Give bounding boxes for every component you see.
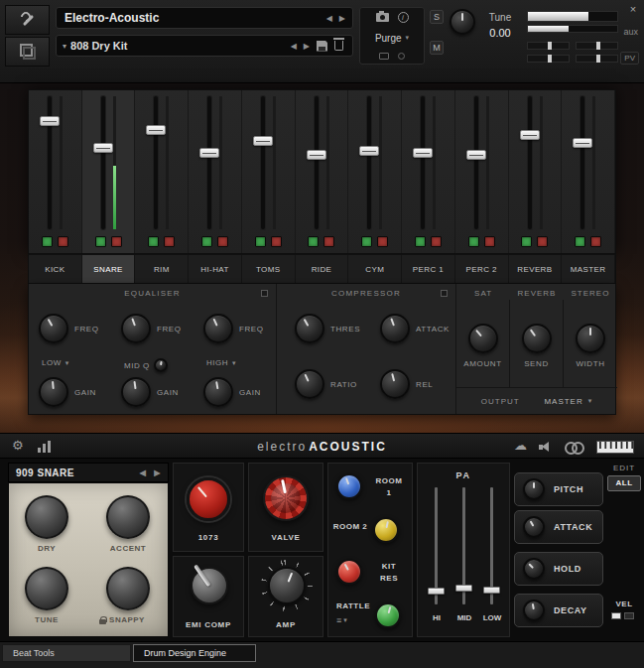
emi-comp-knob[interactable]: [191, 567, 228, 604]
pa-fader-low[interactable]: [490, 487, 493, 604]
rim-mute-led[interactable]: [164, 236, 175, 247]
comp-ratio-knob[interactable]: [295, 369, 324, 399]
ride-on-led[interactable]: [308, 236, 319, 247]
pv-toggle[interactable]: PV: [620, 52, 639, 65]
perc-2-mute-led[interactable]: [484, 236, 495, 247]
channel-tab-toms[interactable]: TOMS: [242, 255, 296, 283]
decay-button[interactable]: DECAY: [514, 594, 603, 627]
ride-fader[interactable]: [315, 96, 319, 229]
comp-rel-knob[interactable]: [380, 369, 410, 399]
pan-slider[interactable]: [527, 42, 570, 50]
rattle-menu-button[interactable]: ≡ ▾: [336, 615, 347, 625]
keyboard-icon[interactable]: [596, 441, 634, 454]
reverb-on-led[interactable]: [521, 236, 532, 247]
room2-knob[interactable]: [373, 517, 399, 543]
instrument-prev-button[interactable]: ◀: [326, 14, 332, 23]
eq-low-gain-knob[interactable]: [39, 377, 68, 407]
eq-mid-freq-knob[interactable]: [121, 314, 151, 343]
delete-icon[interactable]: [334, 41, 343, 51]
toms-fader[interactable]: [261, 96, 265, 229]
purge-dropdown[interactable]: Purge ▾: [375, 33, 409, 44]
equaliser-enable-button[interactable]: [261, 290, 268, 297]
hi-hat-on-led[interactable]: [201, 236, 212, 247]
channel-tab-snare[interactable]: SNARE: [82, 255, 136, 283]
master-mute-led[interactable]: [590, 236, 601, 247]
perc-1-mute-led[interactable]: [431, 236, 442, 247]
channel-tab-perc-1[interactable]: PERC 1: [402, 255, 455, 283]
rim-on-led[interactable]: [148, 236, 159, 247]
kick-on-led[interactable]: [42, 236, 53, 247]
info-icon[interactable]: i: [398, 12, 409, 23]
accent-knob[interactable]: [106, 495, 150, 539]
vel-led-off[interactable]: [624, 612, 634, 619]
reverb-fader[interactable]: [528, 96, 532, 229]
snare-on-led[interactable]: [95, 236, 106, 247]
fader-cap[interactable]: [40, 116, 60, 126]
patch-titlebar[interactable]: ▾ 808 Dry Kit ◀ ▶: [56, 35, 353, 57]
eq-mid-gain-knob[interactable]: [121, 377, 151, 407]
snare-fader[interactable]: [101, 96, 105, 229]
fader-cap[interactable]: [146, 125, 166, 135]
width-slider-handle[interactable]: [596, 42, 600, 50]
patch-prev-button[interactable]: ◀: [291, 42, 297, 51]
width-slider[interactable]: [576, 42, 618, 50]
camera-icon[interactable]: [376, 13, 389, 22]
eq-low-band-select[interactable]: LOW▾: [42, 358, 69, 367]
channel-tab-perc-2[interactable]: PERC 2: [455, 255, 509, 283]
fader-cap[interactable]: [466, 150, 486, 160]
solo-button[interactable]: S: [430, 10, 444, 24]
output-master-select[interactable]: MASTER▾: [544, 397, 592, 406]
master-tune-knob[interactable]: [450, 9, 475, 35]
kick-mute-led[interactable]: [58, 236, 68, 247]
vel-led-on[interactable]: [611, 612, 621, 619]
pan-slider-handle[interactable]: [548, 42, 552, 50]
cym-on-led[interactable]: [361, 236, 372, 247]
kick-fader[interactable]: [48, 96, 52, 229]
pa-fader-mid[interactable]: [462, 487, 465, 604]
cym-mute-led[interactable]: [377, 236, 388, 247]
reverb-mute-led[interactable]: [537, 236, 548, 247]
eq-high-freq-knob[interactable]: [203, 314, 233, 343]
instrument-titlebar[interactable]: Electro-Acoustic ◀ ▶: [56, 7, 353, 29]
fader-cap[interactable]: [413, 148, 433, 158]
drum-selector[interactable]: 909 SNARE ◀ ▶: [8, 463, 169, 482]
channel-tab-ride[interactable]: RIDE: [296, 255, 349, 283]
toms-mute-led[interactable]: [271, 236, 282, 247]
fader-cap[interactable]: [199, 148, 219, 158]
hold-knob[interactable]: [523, 558, 545, 580]
master-fader[interactable]: [580, 96, 584, 229]
fader-cap[interactable]: [573, 138, 592, 148]
channel-tab-reverb[interactable]: REVERB: [509, 255, 563, 283]
reverb-send-knob[interactable]: [522, 324, 552, 353]
compressor-enable-button[interactable]: [441, 290, 448, 297]
room1-knob[interactable]: [336, 473, 362, 499]
wrench-button[interactable]: [5, 5, 50, 35]
decay-knob[interactable]: [523, 600, 545, 621]
patch-next-button[interactable]: ▶: [304, 42, 310, 51]
fader-cap[interactable]: [520, 130, 540, 140]
edit-all-button[interactable]: ALL: [607, 475, 641, 491]
chevron-down-icon[interactable]: ▾: [57, 42, 66, 51]
link-icon[interactable]: [565, 442, 582, 452]
fader-cap[interactable]: [359, 146, 379, 156]
rattle-knob[interactable]: [375, 602, 401, 628]
channel-tab-kick[interactable]: KICK: [29, 255, 82, 283]
volume-slider[interactable]: [527, 55, 570, 63]
fader-cap[interactable]: [428, 588, 445, 595]
tab-drum-design-engine[interactable]: Drum Design Engine: [133, 644, 256, 662]
pa-fader-hi[interactable]: [435, 487, 438, 604]
sat-amount-knob[interactable]: [468, 324, 498, 353]
volume-slider-handle[interactable]: [548, 55, 552, 63]
perc-1-on-led[interactable]: [415, 236, 426, 247]
channel-tab-rim[interactable]: RIM: [135, 255, 189, 283]
hold-button[interactable]: HOLD: [514, 552, 603, 586]
aux-toggle[interactable]: aux: [623, 27, 638, 37]
cym-fader[interactable]: [367, 96, 371, 229]
balance-slider[interactable]: [576, 55, 618, 63]
perc-2-fader[interactable]: [474, 96, 478, 229]
cloud-icon[interactable]: ☁: [514, 438, 527, 453]
fader-cap[interactable]: [307, 150, 326, 160]
eq-mid-q-knob[interactable]: [154, 358, 168, 372]
tab-beat-tools[interactable]: Beat Tools: [2, 644, 131, 662]
pitch-button[interactable]: PITCH: [514, 472, 603, 506]
